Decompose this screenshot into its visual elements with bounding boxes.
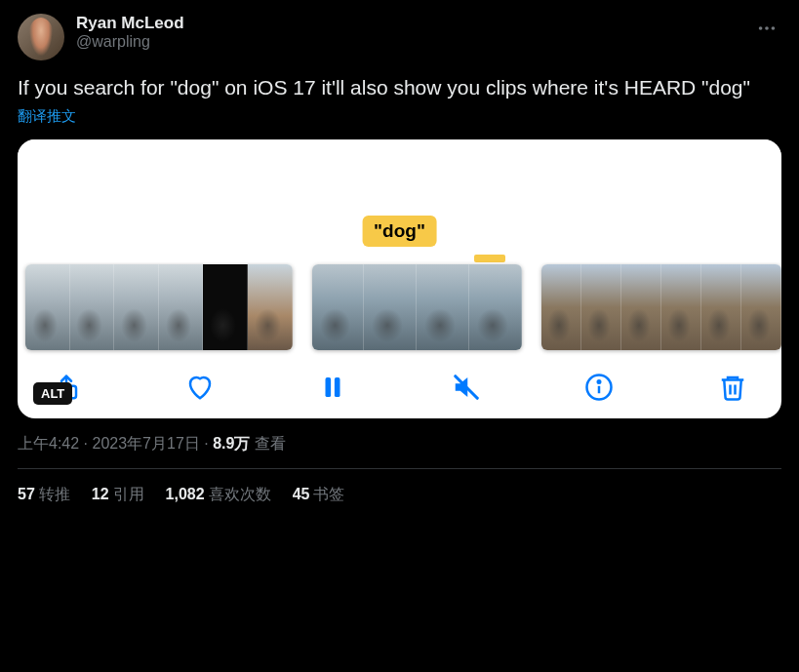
thumbnail [203,264,248,350]
thumbnail [541,264,581,350]
thumbnail [741,264,781,350]
clip-group-3[interactable] [541,264,781,350]
views-count: 8.9万 [213,435,250,452]
svg-rect-4 [326,377,332,397]
retweets-stat[interactable]: 57转推 [18,485,70,505]
marker-hint [474,255,505,262]
filmstrip [18,262,781,352]
thumbnail [701,264,741,350]
quotes-stat[interactable]: 12引用 [92,485,144,505]
thumbnail [312,264,365,350]
display-name: Ryan McLeod [76,14,752,33]
tweet-meta: 上午4:42 · 2023年7月17日 · 8.9万 查看 [18,434,781,455]
author-names[interactable]: Ryan McLeod @warpling [76,14,752,51]
caption-tag: "dog" [362,216,437,247]
translate-link[interactable]: 翻译推文 [18,107,76,126]
thumbnail [114,264,159,350]
date[interactable]: 2023年7月17日 [92,435,199,452]
media-card[interactable]: "dog" [18,139,781,418]
thumbnail [661,264,701,350]
svg-point-9 [598,380,601,383]
clip-group-1[interactable] [25,264,293,350]
pause-icon[interactable] [317,372,348,403]
trash-icon[interactable] [717,372,748,403]
tweet-container: Ryan McLeod @warpling If you search for … [0,0,799,505]
media-whitespace: "dog" [18,139,781,262]
mute-icon[interactable] [451,372,482,403]
stats-row: 57转推 12引用 1,082喜欢次数 45书签 [18,469,781,505]
tweet-header: Ryan McLeod @warpling [18,14,781,60]
thumbnail [159,264,204,350]
svg-point-1 [765,26,769,30]
avatar[interactable] [18,14,64,60]
thumbnail [364,264,417,350]
svg-point-2 [772,26,776,30]
svg-rect-5 [335,377,340,397]
thumbnail [621,264,661,350]
thumbnail [25,264,70,350]
clip-group-2[interactable] [312,264,522,350]
thumbnail [469,264,522,350]
bookmarks-stat[interactable]: 45书签 [293,485,345,505]
thumbnail [70,264,115,350]
thumbnail [417,264,469,350]
info-icon[interactable] [583,372,615,403]
handle: @warpling [76,33,752,51]
media-toolbar [18,352,781,407]
time[interactable]: 上午4:42 [18,435,79,452]
alt-badge[interactable]: ALT [33,382,72,405]
svg-point-0 [759,26,763,30]
thumbnail [248,264,293,350]
heart-icon[interactable] [184,372,216,403]
likes-stat[interactable]: 1,082喜欢次数 [166,485,271,505]
tweet-text: If you search for "dog" on iOS 17 it'll … [18,74,781,101]
views-label: 查看 [250,435,285,452]
thumbnail [581,264,621,350]
more-icon[interactable] [752,14,781,47]
